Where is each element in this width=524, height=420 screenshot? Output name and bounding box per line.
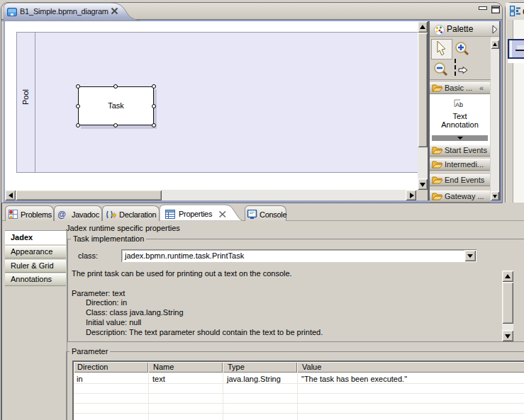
svg-text:Ab: Ab	[455, 101, 463, 108]
